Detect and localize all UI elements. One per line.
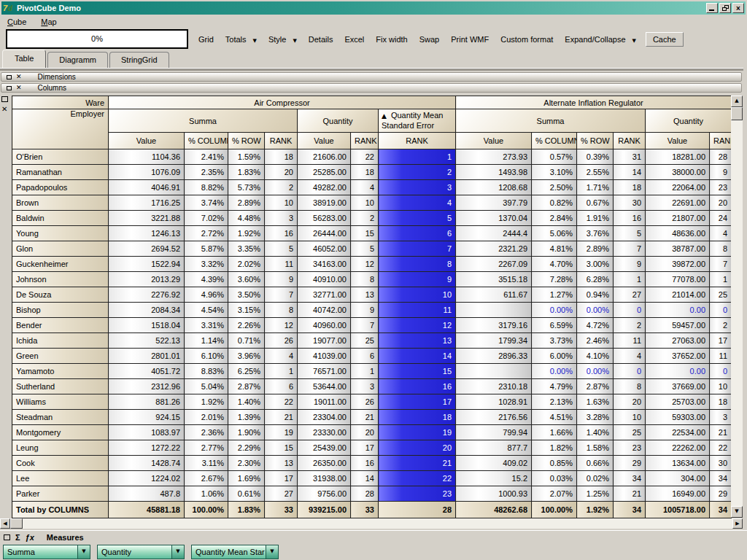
row-header[interactable]: Green	[12, 349, 109, 364]
row-header[interactable]: De Souza	[12, 287, 109, 303]
tab-stringgrid[interactable]: StringGrid	[109, 52, 169, 68]
cell: 1000.93	[456, 486, 532, 502]
dropdown-arrow-icon[interactable]: ▼	[293, 38, 296, 44]
row-header[interactable]: Johnson	[12, 272, 109, 287]
row-header[interactable]: Cook	[12, 456, 109, 471]
measure-group-header[interactable]: Summa	[109, 109, 298, 133]
column-header[interactable]: RANK	[710, 133, 732, 149]
row-header[interactable]: Bender	[12, 318, 109, 333]
column-header[interactable]: % COLUMN	[185, 133, 228, 149]
row-header[interactable]: Leung	[12, 440, 109, 456]
row-header[interactable]: Yamamoto	[12, 364, 109, 379]
column-group-header[interactable]: Air Compressor	[109, 96, 456, 109]
column-header[interactable]: RANK	[265, 133, 298, 149]
row-header[interactable]: Ichida	[12, 333, 109, 349]
function-icon[interactable]: ƒx	[26, 533, 34, 542]
row-header[interactable]: Lee	[12, 471, 109, 486]
horizontal-scrollbar[interactable]: ◀ ▶	[0, 518, 743, 529]
toolbar-button-excel[interactable]: Excel	[338, 33, 370, 46]
cell: 29	[614, 456, 646, 471]
table-row: Yamamoto4051.728.83%6.25%176571.001150.0…	[12, 364, 732, 379]
toolbar-button-swap[interactable]: Swap	[414, 33, 446, 46]
cell: 2.67%	[185, 471, 228, 486]
panel-label[interactable]: Dimensions	[38, 73, 76, 81]
dropdown-arrow-icon[interactable]: ▼	[171, 545, 184, 559]
restore-button[interactable]	[719, 3, 731, 13]
panel-close-icon[interactable]: ✕	[1, 106, 7, 112]
vertical-scroll-thumb[interactable]	[731, 107, 743, 120]
tab-diagramm[interactable]: Diagramm	[47, 52, 108, 68]
tab-table[interactable]: Table	[2, 50, 46, 68]
row-header[interactable]: Brown	[12, 195, 109, 211]
menu-map[interactable]: Map	[41, 18, 56, 26]
scroll-right-icon[interactable]: ▶	[732, 518, 743, 529]
column-header[interactable]: Value	[456, 133, 532, 149]
toolbar-button-grid[interactable]: Grid	[193, 33, 220, 46]
column-group-header[interactable]: Alternate Inflation Regulator	[456, 96, 732, 109]
panel-restore-icon[interactable]	[1, 96, 8, 102]
column-header[interactable]: % COLUMN	[532, 133, 577, 149]
row-header[interactable]: Papadopoulos	[12, 180, 109, 195]
toolbar-button-fix-width[interactable]: Fix width	[370, 33, 413, 46]
row-header[interactable]: Montgomery	[12, 425, 109, 440]
panel-restore-button[interactable]	[4, 73, 13, 81]
row-header[interactable]: Sutherland	[12, 379, 109, 394]
measure-group-header[interactable]: ▲Quantity Mean Standard Error	[379, 109, 456, 133]
dropdown-arrow-icon[interactable]: ▼	[632, 38, 636, 44]
row-header[interactable]: Steadman	[12, 410, 109, 425]
row-header[interactable]: Young	[12, 226, 109, 241]
measure-group-header[interactable]: Quantity	[646, 109, 732, 133]
dropdown-arrow-icon[interactable]: ▼	[253, 38, 257, 44]
panel-close-icon[interactable]: ✕	[16, 74, 22, 80]
sum-icon[interactable]: Σ	[15, 533, 20, 542]
total-cell: 34	[710, 502, 732, 518]
column-header[interactable]: % ROW	[577, 133, 614, 149]
measure-group-header[interactable]: Summa	[456, 109, 646, 133]
corner-header-ware[interactable]: Ware	[12, 96, 109, 109]
toolbar-button-style[interactable]: Style▼	[263, 33, 303, 46]
dropdown-arrow-icon[interactable]: ▼	[77, 545, 90, 559]
toolbar-button-totals[interactable]: Totals▼	[220, 33, 263, 46]
row-header[interactable]: Baldwin	[12, 211, 109, 226]
panel-label[interactable]: Columns	[38, 84, 66, 92]
row-header[interactable]: O'Brien	[12, 149, 109, 165]
column-header[interactable]: Value	[109, 133, 185, 149]
row-header[interactable]: Glon	[12, 241, 109, 257]
table-row: Ramanathan1076.092.35%1.83%2025285.00182…	[12, 165, 732, 180]
toolbar-button-details[interactable]: Details	[303, 33, 339, 46]
row-header[interactable]: Williams	[12, 394, 109, 410]
toolbar-button-print-wmf[interactable]: Print WMF	[445, 33, 495, 46]
horizontal-scroll-thumb[interactable]	[10, 518, 23, 529]
column-header[interactable]: Value	[298, 133, 351, 149]
cell: 0.66%	[577, 456, 614, 471]
toolbar-button-custom-format[interactable]: Custom format	[495, 33, 559, 46]
toolbar-button-cache[interactable]: Cache	[646, 32, 684, 47]
measure-dropdown[interactable]: Quantity▼	[97, 545, 185, 559]
panel-restore-button[interactable]	[4, 84, 13, 92]
column-header[interactable]: % ROW	[228, 133, 265, 149]
scroll-up-icon[interactable]: ▲	[731, 96, 743, 107]
menu-cube[interactable]: Cube	[7, 18, 26, 26]
cell: 30	[710, 456, 732, 471]
measure-dropdown[interactable]: Summa▼	[3, 545, 90, 559]
dropdown-arrow-icon[interactable]: ▼	[266, 545, 278, 559]
measure-dropdown[interactable]: Quantity Mean Star▼	[191, 545, 279, 559]
column-header[interactable]: RANK	[379, 133, 456, 149]
row-header[interactable]: Bishop	[12, 303, 109, 318]
minimize-button[interactable]	[706, 3, 718, 13]
column-header[interactable]: Value	[646, 133, 710, 149]
row-header[interactable]: Guckenheimer	[12, 257, 109, 272]
corner-header-employer[interactable]: Employer	[12, 109, 109, 149]
column-header[interactable]: RANK	[614, 133, 646, 149]
vertical-scrollbar[interactable]: ▲ ▼	[731, 96, 743, 518]
toolbar-button-expand-collapse[interactable]: Expand/Collapse▼	[559, 33, 642, 46]
panel-close-icon[interactable]: ✕	[16, 85, 22, 91]
measure-group-header[interactable]: Quantity	[298, 109, 379, 133]
row-header[interactable]: Parker	[12, 486, 109, 502]
scroll-left-icon[interactable]: ◀	[0, 518, 10, 529]
panel-restore-icon[interactable]	[4, 534, 10, 540]
close-button[interactable]: ×	[732, 3, 744, 13]
scroll-down-icon[interactable]: ▼	[731, 506, 743, 518]
column-header[interactable]: RANK	[351, 133, 379, 149]
row-header[interactable]: Ramanathan	[12, 165, 109, 180]
